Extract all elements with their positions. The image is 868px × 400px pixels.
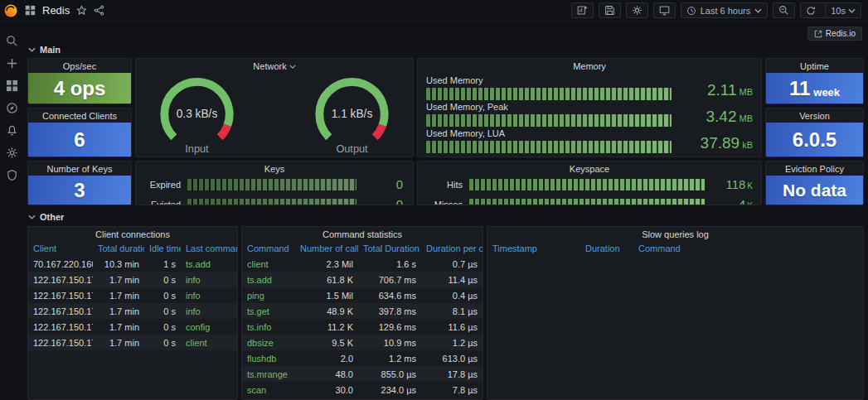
- panel-title[interactable]: Version: [766, 108, 863, 123]
- chevron-down-icon: [754, 8, 762, 13]
- memory-row: Used Memory 2.11MB: [426, 75, 753, 100]
- table-header: Client Total duratio↓ Idle time↓ Last co…: [28, 241, 237, 256]
- search-icon[interactable]: [4, 33, 19, 48]
- column-header-client[interactable]: Client: [28, 241, 93, 256]
- section-other-label: Other: [40, 212, 64, 222]
- keys-bars: Expired 0 Evicted 0: [136, 176, 413, 205]
- cycle-view-button[interactable]: [653, 2, 676, 18]
- panel-uptime: Uptime 11 week: [765, 58, 864, 104]
- panel-keys: Keys Expired 0 Evicted 0: [135, 161, 414, 205]
- explore-compass-icon[interactable]: [4, 100, 19, 115]
- dashboard-settings-button[interactable]: [626, 2, 648, 18]
- bar-gauge: [426, 141, 672, 153]
- bar-gauge: [187, 199, 356, 205]
- keys-row: Evicted 0: [144, 197, 405, 205]
- table-row: client 2.3 Mil 1.6 s 0.7 µs: [242, 256, 482, 272]
- output-gauge-value: 1.1 kB/s: [332, 107, 373, 119]
- bar-gauge-label: Evicted: [144, 200, 181, 205]
- panel-title[interactable]: Client connections: [28, 227, 237, 241]
- panel-title[interactable]: Slow queries log: [487, 227, 863, 241]
- external-link-icon: [814, 30, 822, 38]
- star-icon[interactable]: [76, 5, 87, 16]
- column-header-duration[interactable]: Duration: [580, 241, 633, 256]
- zoom-out-button[interactable]: [773, 2, 795, 18]
- table-row: flushdb 2.0 1.2 ms 613.0 µs: [242, 350, 482, 366]
- add-panel-button[interactable]: [571, 2, 594, 18]
- table-body: 70.167.220.160... 10.3 min 1 s ts.add 12…: [28, 256, 237, 350]
- panel-title[interactable]: Command statistics: [242, 227, 482, 241]
- version-stat: 6.0.5: [766, 123, 863, 157]
- panel-title[interactable]: Uptime: [766, 59, 863, 73]
- table-row: 122.167.150.17... 1.7 min 0 s config: [28, 319, 237, 335]
- grafana-logo[interactable]: [3, 3, 18, 18]
- input-gauge: 0.3 kB/s Input: [136, 74, 258, 157]
- gear-icon: [632, 5, 643, 16]
- dashboards-icon[interactable]: [4, 78, 19, 93]
- panel-title[interactable]: Keyspace: [418, 161, 761, 176]
- monitor-icon: [659, 5, 670, 16]
- refresh-icon: [806, 6, 816, 16]
- column-header-command[interactable]: Command: [633, 241, 863, 256]
- panel-command-statistics: Command statistics Command Number of cal…: [241, 226, 483, 400]
- number-of-keys-stat: 3: [28, 176, 131, 205]
- alerting-bell-icon[interactable]: [4, 123, 19, 137]
- panel-ops-sec: Ops/sec 4 ops: [27, 58, 132, 104]
- memory-row: Used Memory, LUA 37.89kB: [426, 128, 753, 153]
- save-dashboard-button[interactable]: [599, 2, 621, 18]
- configuration-gear-icon[interactable]: [4, 145, 19, 160]
- column-header-number-of-calls[interactable]: Number of calls: [295, 241, 358, 256]
- share-icon[interactable]: [94, 5, 104, 16]
- bar-gauge: [426, 114, 672, 127]
- table-row: ping 1.5 Mil 634.6 ms 0.4 µs: [242, 287, 482, 303]
- redis-io-link-label: Redis.io: [826, 29, 856, 38]
- column-header-command[interactable]: Command: [242, 241, 295, 256]
- server-admin-shield-icon[interactable]: [4, 167, 19, 182]
- nav-sidebar: [0, 22, 23, 400]
- section-other[interactable]: Other: [27, 210, 864, 225]
- column-header-total-duration[interactable]: Total Duration↓: [358, 241, 421, 256]
- refresh-button[interactable]: [801, 3, 821, 17]
- panel-title[interactable]: Network: [136, 59, 413, 73]
- bar-gauge: [426, 88, 672, 100]
- column-header-timestamp[interactable]: Timestamp: [487, 241, 580, 256]
- chevron-down-icon: [28, 47, 36, 52]
- panel-title[interactable]: Eviction Policy: [766, 161, 863, 176]
- ops-sec-stat: 4 ops: [28, 73, 131, 104]
- bar-gauge-label: Misses: [426, 200, 463, 205]
- refresh-picker[interactable]: 10s: [800, 2, 861, 18]
- bar-gauge-label: Used Memory: [426, 75, 672, 85]
- panel-title[interactable]: Keys: [136, 161, 413, 176]
- panel-title[interactable]: Connected Clients: [28, 108, 131, 123]
- column-header-last-command[interactable]: Last command: [181, 241, 237, 256]
- time-range-label: Last 6 hours: [701, 6, 751, 16]
- column-header-idle-time[interactable]: Idle time↓: [144, 241, 181, 256]
- table-row: ts.get 48.9 K 397.8 ms 8.1 µs: [242, 303, 482, 319]
- chevron-down-icon: [28, 214, 36, 219]
- input-gauge-value: 0.3 kB/s: [177, 107, 218, 119]
- output-gauge: 1.1 kB/s Output: [291, 74, 413, 157]
- time-range-picker[interactable]: Last 6 hours: [681, 2, 769, 18]
- redis-io-link[interactable]: Redis.io: [807, 27, 862, 41]
- uptime-value: 11: [789, 77, 810, 100]
- create-plus-icon[interactable]: [4, 55, 19, 70]
- table-row: ts.mrange 48.0 855.0 µs 17.8 µs: [242, 366, 482, 382]
- panel-title[interactable]: Ops/sec: [28, 59, 131, 73]
- section-main[interactable]: Main: [27, 43, 864, 58]
- panel-version: Version 6.0.5: [765, 108, 864, 157]
- panel-title[interactable]: Memory: [418, 59, 761, 73]
- input-gauge-label: Input: [185, 142, 209, 155]
- chevron-down-icon: [848, 8, 856, 13]
- bar-gauge-value: 4K: [711, 197, 753, 205]
- table-row: 70.167.220.160... 10.3 min 1 s ts.add: [28, 256, 237, 272]
- connected-clients-value: 6: [74, 128, 85, 152]
- ops-sec-value: 4 ops: [54, 77, 106, 100]
- refresh-interval-dropdown[interactable]: 10s: [825, 3, 861, 17]
- table-row: 122.167.150.17... 1.7 min 0 s info: [28, 303, 237, 319]
- column-header-total-duration[interactable]: Total duratio↓: [93, 241, 144, 256]
- panel-title[interactable]: Number of Keys: [28, 161, 131, 176]
- column-header-duration-per-call[interactable]: Duration per call: [421, 241, 482, 256]
- dashboard-title[interactable]: Redis: [42, 4, 70, 17]
- bar-gauge-value: 0: [363, 197, 405, 205]
- memory-bars: Used Memory 2.11MB Used Memory, Peak: [418, 73, 761, 157]
- bar-gauge-value: 0: [363, 177, 405, 192]
